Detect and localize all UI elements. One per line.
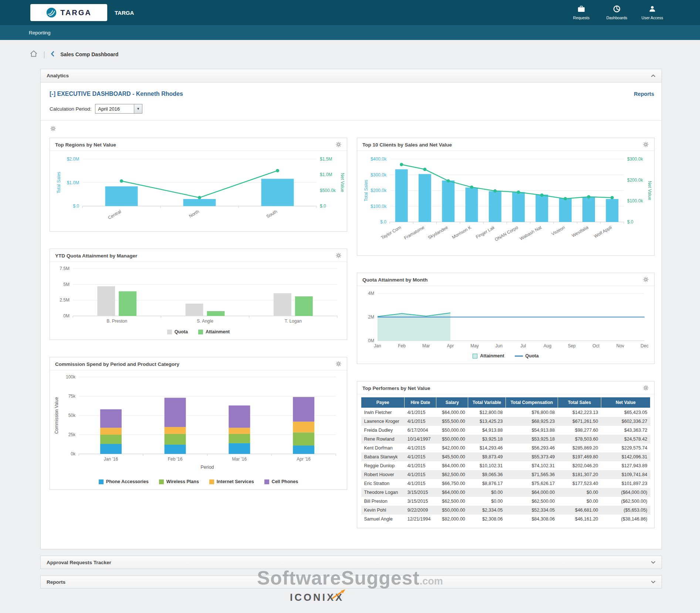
select-dropdown-arrow-icon[interactable]: ▼ — [134, 104, 142, 113]
chart-panel-header: Top Regions by Net Value — [50, 138, 347, 151]
table-cell: ($64,000.00) — [601, 488, 650, 497]
chart-settings-gear-icon[interactable] — [643, 385, 649, 391]
category-label: Jan '16 — [104, 457, 118, 462]
table-cell: ($5,653.05) — [601, 506, 650, 515]
chart-settings-gear-icon[interactable] — [336, 361, 342, 367]
approval-requests-panel-header[interactable]: Approval Requests Tracker — [40, 556, 662, 569]
category-label: Mar — [422, 343, 430, 348]
category-label: Nov — [616, 343, 624, 348]
chart-settings-gear-icon[interactable] — [643, 142, 649, 148]
collapse-chevron-up-icon[interactable] — [651, 74, 656, 77]
table-row: Kevin Pohl9/22/2009$50,000.00$2,334.05$5… — [361, 506, 650, 515]
table-cell: Irwin Fletcher — [361, 408, 405, 417]
table-row: Samuel Angle12/21/1994$82,000.00$2,308.0… — [361, 515, 650, 523]
stack-segment — [293, 432, 314, 445]
subnav-item-reporting[interactable]: Reporting — [29, 30, 51, 36]
chart-legend: Phone AccessoriesWireless PlansInternet … — [50, 478, 347, 487]
bar-total-sales — [419, 174, 431, 222]
iconixx-orange-arrow-icon — [331, 589, 347, 600]
table-header-cell[interactable]: Salary — [436, 397, 468, 408]
stack-segment — [100, 435, 122, 444]
stack-segment — [293, 422, 314, 432]
line-point — [564, 197, 567, 201]
tick-label: $.0 — [320, 203, 326, 209]
table-cell: ($62,500.00) — [601, 497, 650, 506]
table-header-cell[interactable]: Payee — [361, 397, 405, 408]
category-label: Sep — [568, 343, 576, 348]
stack-segment — [100, 428, 122, 435]
back-chevron-icon[interactable] — [51, 51, 55, 58]
user-access-icon — [649, 5, 656, 14]
table-header-cell[interactable]: Net Value — [601, 397, 650, 408]
collapse-chevron-down-icon[interactable] — [651, 580, 656, 583]
bar-total-sales — [105, 186, 138, 206]
analytics-panel-header[interactable]: Analytics — [41, 69, 662, 82]
category-label: Finger Lak — [475, 225, 496, 240]
tick-label: $100.0k — [371, 204, 387, 209]
table-row: Eric Stratton4/1/2015$66,750.00$8,876.17… — [361, 479, 650, 488]
category-label: May — [470, 343, 479, 348]
stack-segment — [165, 445, 186, 454]
calculation-period-select[interactable]: April 2016 ▼ — [95, 104, 142, 114]
legend-label: Quota — [175, 329, 188, 334]
chart-settings-gear-icon[interactable] — [336, 253, 342, 259]
tick-label: 2.5M — [60, 297, 70, 303]
table-cell: $46,161.20 — [558, 515, 601, 523]
company-logo[interactable]: TARGA — [30, 4, 107, 21]
chart-body-top-clients: $.0$100.0k$200.0k$300.0k$400.0k$.0$100.0… — [357, 151, 654, 255]
table-cell: $9,065.36 — [468, 470, 506, 479]
chart-settings-gear-icon[interactable] — [336, 142, 342, 148]
table-cell: Reggie Dunlop — [361, 461, 405, 470]
table-cell: Kent Dorfman — [361, 444, 405, 452]
bar-total-sales — [582, 197, 595, 222]
right-axis-title: Net Value — [647, 181, 652, 200]
charts-grid: Top Regions by Net Value $.0$1.0M$2.0M$.… — [50, 138, 655, 528]
chart-canvas: $.0$1.0M$2.0M$.0$500.0k$1.0M$1.5MCentral… — [50, 153, 347, 229]
table-cell: Kevin Pohl — [361, 506, 405, 515]
category-label: Taylor Com — [380, 225, 402, 240]
stack-segment — [100, 444, 122, 454]
legend-item: Quota — [167, 329, 188, 334]
x-axis-title: Period — [200, 465, 214, 470]
nav-item-requests[interactable]: Requests — [568, 6, 594, 20]
table-row: Robert Hoover4/1/2015$62,500.00$9,065.36… — [361, 470, 650, 479]
nav-item-user-access[interactable]: User Access — [639, 5, 665, 20]
dashboard-title[interactable]: [-] EXECUTIVE DASHBOARD - Kenneth Rhodes — [50, 91, 183, 97]
legend-label: Attainment — [480, 353, 504, 358]
chart-title: Top Performers by Net Value — [362, 385, 430, 391]
legend-label: Phone Accessories — [106, 479, 149, 484]
collapse-chevron-down-icon[interactable] — [651, 561, 656, 564]
legend-item: Attainment — [198, 329, 230, 334]
table-cell: $2,308.06 — [468, 515, 506, 523]
table-cell: 4/1/2015 — [405, 444, 436, 452]
nav-item-dashboards[interactable]: Dashboards — [604, 5, 630, 20]
tick-label: $200.0k — [627, 178, 643, 183]
table-header-cell[interactable]: Total Variable — [468, 397, 506, 408]
line-point — [517, 191, 520, 194]
table-cell: 4/1/2015 — [405, 408, 436, 417]
table-header-cell[interactable]: Hire Date — [405, 397, 436, 408]
tick-label: 25k — [68, 432, 76, 437]
table-header-cell[interactable]: Total Compensation — [505, 397, 558, 408]
reports-link[interactable]: Reports — [634, 91, 654, 97]
tick-label: 50k — [68, 413, 76, 418]
tick-label: $1.5M — [320, 156, 332, 162]
tick-label: $400.0k — [371, 156, 387, 162]
legend-swatch — [264, 479, 269, 484]
home-icon[interactable] — [30, 50, 38, 59]
legend-swatch — [198, 330, 203, 334]
table-cell: $76,800.08 — [505, 408, 558, 417]
stack-segment — [165, 434, 186, 445]
category-label: North — [188, 209, 200, 219]
table-cell: Robert Hoover — [361, 470, 405, 479]
table-cell: Freida Dudley — [361, 426, 405, 435]
app-header: TARGA TARGA Requests Dashboards User Acc… — [0, 0, 700, 25]
dashboard-settings-gear-icon[interactable] — [50, 126, 56, 132]
category-label: Jun — [496, 343, 503, 348]
chart-settings-gear-icon[interactable] — [643, 277, 649, 283]
table-cell: 4/1/2015 — [405, 470, 436, 479]
reports-panel-header[interactable]: Reports — [40, 575, 662, 589]
chart-panel-header: Top 10 Clients by Sales and Net Value — [357, 138, 654, 151]
table-header-cell[interactable]: Total Sales — [558, 397, 601, 408]
legend-label: Attainment — [206, 329, 230, 334]
